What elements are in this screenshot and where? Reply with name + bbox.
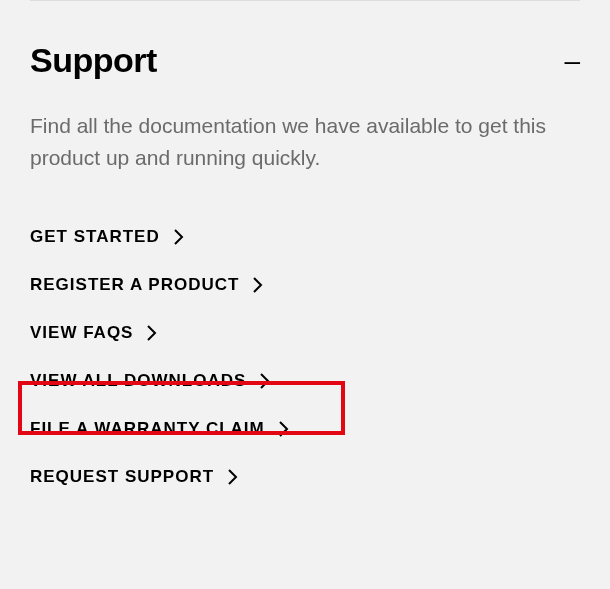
link-request-support[interactable]: REQUEST SUPPORT [30,453,238,501]
section-description: Find all the documentation we have avail… [30,110,580,173]
chevron-right-icon [228,469,238,485]
chevron-right-icon [174,229,184,245]
link-view-all-downloads[interactable]: VIEW ALL DOWNLOADS [30,357,270,405]
link-register-product[interactable]: REGISTER A PRODUCT [30,261,263,309]
chevron-right-icon [253,277,263,293]
link-file-warranty-claim[interactable]: FILE A WARRANTY CLAIM [30,405,289,453]
section-title: Support [30,41,157,80]
collapse-icon[interactable]: – [564,47,580,75]
link-label: GET STARTED [30,227,160,247]
section-header[interactable]: Support – [30,1,580,110]
link-label: VIEW ALL DOWNLOADS [30,371,246,391]
support-links-list: GET STARTED REGISTER A PRODUCT VIEW FAQS… [30,213,580,501]
link-label: REQUEST SUPPORT [30,467,214,487]
link-label: VIEW FAQS [30,323,133,343]
chevron-right-icon [279,421,289,437]
link-label: REGISTER A PRODUCT [30,275,239,295]
link-get-started[interactable]: GET STARTED [30,213,184,261]
link-label: FILE A WARRANTY CLAIM [30,419,265,439]
chevron-right-icon [260,373,270,389]
link-view-faqs[interactable]: VIEW FAQS [30,309,157,357]
chevron-right-icon [147,325,157,341]
